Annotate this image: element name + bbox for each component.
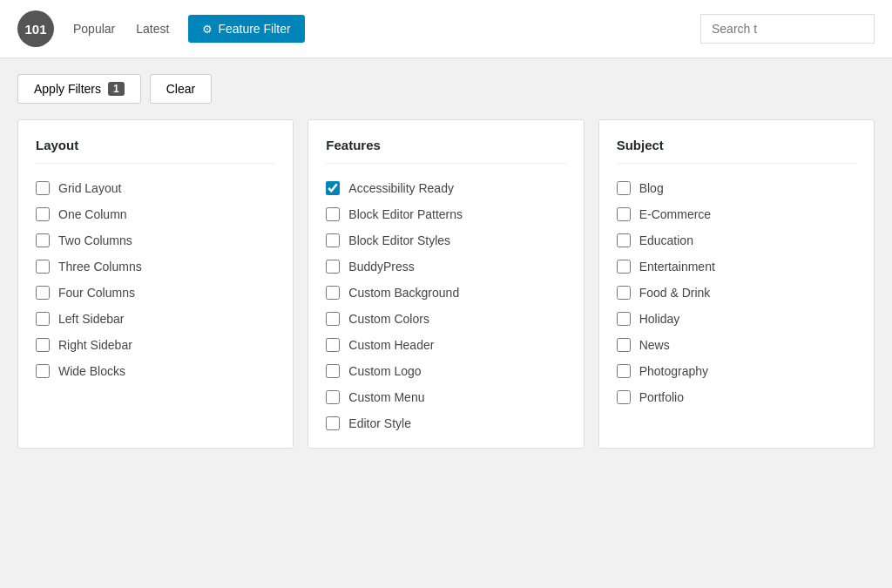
checkbox-label-e-commerce: E-Commerce	[639, 207, 711, 221]
checkbox-portfolio[interactable]	[617, 390, 631, 404]
gear-icon: ⚙	[202, 23, 213, 36]
list-item[interactable]: Grid Layout	[36, 181, 275, 195]
checkbox-three-columns[interactable]	[36, 260, 50, 274]
checkbox-label-buddypress: BuddyPress	[348, 260, 414, 274]
list-item[interactable]: Four Columns	[36, 286, 275, 300]
checkbox-label-entertainment: Entertainment	[639, 260, 715, 274]
checkbox-label-four-columns: Four Columns	[58, 286, 135, 300]
list-item[interactable]: Entertainment	[617, 260, 856, 274]
list-item[interactable]: Editor Style	[326, 416, 565, 430]
checkbox-label-photography: Photography	[639, 364, 708, 378]
checkbox-list-subject: BlogE-CommerceEducationEntertainmentFood…	[617, 181, 856, 404]
checkbox-block-editor-patterns[interactable]	[326, 207, 340, 221]
checkbox-entertainment[interactable]	[617, 260, 631, 274]
list-item[interactable]: Left Sidebar	[36, 312, 275, 326]
checkbox-one-column[interactable]	[36, 207, 50, 221]
list-item[interactable]: Block Editor Patterns	[326, 207, 565, 221]
top-bar: 101 Popular Latest ⚙ Feature Filter	[0, 0, 892, 58]
apply-filters-button[interactable]: Apply Filters 1	[17, 74, 141, 104]
checkbox-label-wide-blocks: Wide Blocks	[58, 364, 125, 378]
column-layout: LayoutGrid LayoutOne ColumnTwo ColumnsTh…	[17, 119, 294, 449]
checkbox-custom-logo[interactable]	[326, 364, 340, 378]
checkbox-label-holiday: Holiday	[639, 312, 680, 326]
filter-bar: Apply Filters 1 Clear	[0, 58, 892, 119]
list-item[interactable]: Portfolio	[617, 390, 856, 404]
search-input[interactable]	[700, 14, 875, 44]
checkbox-label-custom-logo: Custom Logo	[348, 364, 421, 378]
checkbox-holiday[interactable]	[617, 312, 631, 326]
list-item[interactable]: Three Columns	[36, 260, 275, 274]
list-item[interactable]: Wide Blocks	[36, 364, 275, 378]
checkbox-news[interactable]	[617, 338, 631, 352]
checkbox-two-columns[interactable]	[36, 233, 50, 247]
list-item[interactable]: Custom Background	[326, 286, 565, 300]
checkbox-label-custom-colors: Custom Colors	[348, 312, 429, 326]
checkbox-label-editor-style: Editor Style	[348, 416, 411, 430]
list-item[interactable]: Custom Header	[326, 338, 565, 352]
checkbox-custom-header[interactable]	[326, 338, 340, 352]
checkbox-right-sidebar[interactable]	[36, 338, 50, 352]
count-number: 101	[24, 22, 46, 37]
checkbox-label-two-columns: Two Columns	[58, 233, 132, 247]
list-item[interactable]: Custom Colors	[326, 312, 565, 326]
checkbox-label-portfolio: Portfolio	[639, 390, 684, 404]
checkbox-accessibility-ready[interactable]	[326, 181, 340, 195]
list-item[interactable]: Holiday	[617, 312, 856, 326]
checkbox-education[interactable]	[617, 233, 631, 247]
checkbox-e-commerce[interactable]	[617, 207, 631, 221]
column-title-layout: Layout	[36, 138, 275, 164]
list-item[interactable]: News	[617, 338, 856, 352]
checkbox-food-drink[interactable]	[617, 286, 631, 300]
checkbox-label-right-sidebar: Right Sidebar	[58, 338, 132, 352]
checkbox-grid-layout[interactable]	[36, 181, 50, 195]
list-item[interactable]: BuddyPress	[326, 260, 565, 274]
column-title-features: Features	[326, 138, 565, 164]
list-item[interactable]: Custom Menu	[326, 390, 565, 404]
list-item[interactable]: Custom Logo	[326, 364, 565, 378]
list-item[interactable]: Block Editor Styles	[326, 233, 565, 247]
list-item[interactable]: Food & Drink	[617, 286, 856, 300]
list-item[interactable]: Blog	[617, 181, 856, 195]
list-item[interactable]: Education	[617, 233, 856, 247]
checkbox-label-one-column: One Column	[58, 207, 127, 221]
list-item[interactable]: Right Sidebar	[36, 338, 275, 352]
list-item[interactable]: Accessibility Ready	[326, 181, 565, 195]
apply-filters-label: Apply Filters	[34, 82, 101, 96]
checkbox-custom-background[interactable]	[326, 286, 340, 300]
checkbox-blog[interactable]	[617, 181, 631, 195]
list-item[interactable]: Photography	[617, 364, 856, 378]
checkbox-list-features: Accessibility ReadyBlock Editor Patterns…	[326, 181, 565, 430]
checkbox-label-accessibility-ready: Accessibility Ready	[348, 181, 454, 195]
checkbox-label-left-sidebar: Left Sidebar	[58, 312, 125, 326]
checkbox-buddypress[interactable]	[326, 260, 340, 274]
checkbox-custom-menu[interactable]	[326, 390, 340, 404]
clear-filters-button[interactable]: Clear	[150, 74, 212, 104]
list-item[interactable]: One Column	[36, 207, 275, 221]
feature-filter-label: Feature Filter	[218, 22, 290, 36]
column-features: FeaturesAccessibility ReadyBlock Editor …	[307, 119, 584, 449]
filter-columns: LayoutGrid LayoutOne ColumnTwo ColumnsTh…	[0, 119, 892, 466]
latest-nav[interactable]: Latest	[134, 17, 171, 41]
checkbox-left-sidebar[interactable]	[36, 312, 50, 326]
checkbox-label-three-columns: Three Columns	[58, 260, 142, 274]
theme-count-badge: 101	[17, 10, 54, 47]
column-title-subject: Subject	[617, 138, 856, 164]
checkbox-label-news: News	[639, 338, 670, 352]
checkbox-label-food-drink: Food & Drink	[639, 286, 711, 300]
checkbox-photography[interactable]	[617, 364, 631, 378]
checkbox-label-block-editor-styles: Block Editor Styles	[348, 233, 450, 247]
list-item[interactable]: Two Columns	[36, 233, 275, 247]
checkbox-label-custom-background: Custom Background	[348, 286, 459, 300]
list-item[interactable]: E-Commerce	[617, 207, 856, 221]
checkbox-four-columns[interactable]	[36, 286, 50, 300]
checkbox-editor-style[interactable]	[326, 416, 340, 430]
checkbox-block-editor-styles[interactable]	[326, 233, 340, 247]
filter-count-badge: 1	[108, 82, 125, 96]
feature-filter-button[interactable]: ⚙ Feature Filter	[188, 15, 304, 43]
checkbox-label-block-editor-patterns: Block Editor Patterns	[348, 207, 463, 221]
checkbox-custom-colors[interactable]	[326, 312, 340, 326]
checkbox-label-custom-menu: Custom Menu	[348, 390, 424, 404]
checkbox-wide-blocks[interactable]	[36, 364, 50, 378]
checkbox-list-layout: Grid LayoutOne ColumnTwo ColumnsThree Co…	[36, 181, 275, 378]
popular-nav[interactable]: Popular	[71, 17, 117, 41]
